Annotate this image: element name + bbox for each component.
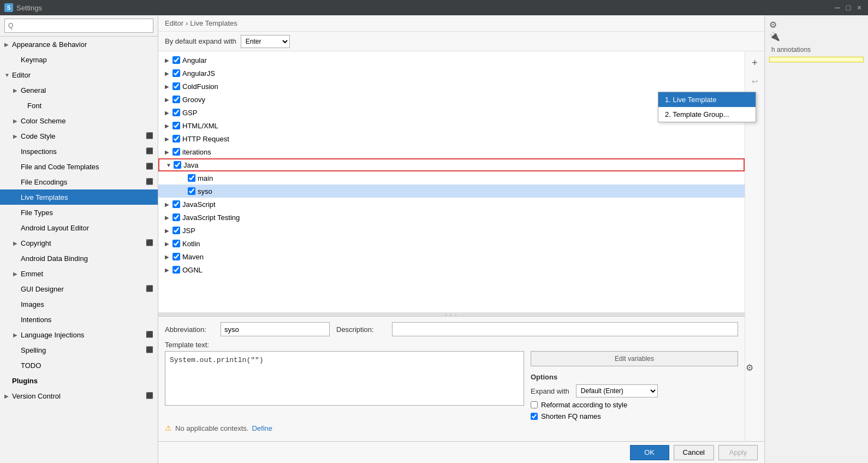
sidebar-item-keymap[interactable]: Keymap: [0, 52, 158, 67]
ok-button[interactable]: OK: [630, 445, 669, 460]
search-input[interactable]: [4, 19, 153, 33]
edit-variables-button[interactable]: Edit variables: [531, 351, 738, 366]
center-panel: ▶ Angular ▶ AngularJS: [158, 51, 745, 441]
reformat-checkbox[interactable]: [531, 401, 538, 408]
template-tree[interactable]: ▶ Angular ▶ AngularJS: [158, 51, 745, 313]
tree-item-label: iterations: [182, 148, 211, 156]
javascript-testing-checkbox[interactable]: [173, 213, 180, 221]
angularjs-checkbox[interactable]: [173, 69, 180, 77]
sidebar-item-language-injections[interactable]: ▶ Language Injections ⬛: [0, 327, 158, 342]
tree-item-ognl[interactable]: ▶ OGNL: [158, 263, 745, 276]
apply-button[interactable]: Apply: [718, 445, 758, 460]
nav-label: Android Data Binding: [21, 254, 88, 263]
tree-item-html-xml[interactable]: ▶ HTML/XML: [158, 119, 745, 132]
sidebar-item-color-scheme[interactable]: ▶ Color Scheme: [0, 113, 158, 128]
maximize-button[interactable]: □: [844, 3, 853, 12]
html-xml-checkbox[interactable]: [173, 122, 180, 129]
tree-item-angular[interactable]: ▶ Angular: [158, 54, 745, 67]
sidebar-item-gui-designer[interactable]: GUI Designer ⬛: [0, 281, 158, 296]
tree-item-main[interactable]: main: [158, 171, 745, 185]
tree-item-kotlin[interactable]: ▶ Kotlin: [158, 237, 745, 250]
ognl-checkbox[interactable]: [173, 266, 180, 274]
tree-arrow: ▼: [166, 162, 174, 168]
undo-button[interactable]: ↩: [748, 74, 762, 88]
add-button[interactable]: +: [748, 56, 762, 70]
nav-label: General: [21, 86, 46, 94]
sidebar-item-version-control[interactable]: ▶ Version Control ⬛: [0, 388, 158, 403]
tree-item-javascript[interactable]: ▶ JavaScript: [158, 198, 745, 211]
tree-item-http-request[interactable]: ▶ HTTP Request: [158, 132, 745, 145]
sidebar-item-inspections[interactable]: Inspections ⬛: [0, 144, 158, 159]
tree-item-syso[interactable]: syso: [158, 185, 745, 198]
popup-item-live-template[interactable]: 1. Live Template: [658, 92, 756, 107]
expand-with-select[interactable]: Default (Enter) Enter Tab Space: [576, 384, 658, 397]
tree-item-angularjs[interactable]: ▶ AngularJS: [158, 67, 745, 80]
maven-checkbox[interactable]: [173, 253, 180, 260]
description-input[interactable]: [392, 322, 738, 336]
nav-label: Intentions: [21, 316, 51, 324]
tree-item-coldfusion[interactable]: ▶ ColdFusion: [158, 80, 745, 93]
sidebar-item-intentions[interactable]: Intentions: [0, 312, 158, 327]
sidebar-item-general[interactable]: ▶ General: [0, 82, 158, 98]
toolbar-icon-2[interactable]: 🔌: [769, 31, 864, 41]
define-link[interactable]: Define: [252, 424, 272, 432]
sidebar-item-file-types[interactable]: File Types: [0, 205, 158, 220]
syso-checkbox[interactable]: [188, 187, 195, 195]
tree-item-java[interactable]: ▼ Java: [158, 158, 745, 171]
tree-content: ▶ Angular ▶ AngularJS: [158, 51, 745, 278]
warning-text: No applicable contexts.: [175, 424, 248, 432]
sidebar-item-plugins[interactable]: Plugins: [0, 373, 158, 388]
nav-label: Language Injections: [21, 331, 84, 339]
popup-item-template-group[interactable]: 2. Template Group...: [658, 107, 756, 122]
coldfusion-checkbox[interactable]: [173, 82, 180, 90]
sidebar-item-editor[interactable]: ▼ Editor: [0, 67, 158, 82]
main-checkbox[interactable]: [188, 174, 195, 182]
sidebar-item-font[interactable]: Font: [0, 98, 158, 113]
tree-item-iterations[interactable]: ▶ iterations: [158, 145, 745, 158]
jsp-checkbox[interactable]: [173, 227, 180, 234]
nav-label: Editor: [12, 71, 31, 79]
tree-arrow: ▶: [165, 201, 173, 207]
tree-item-maven[interactable]: ▶ Maven: [158, 250, 745, 263]
javascript-checkbox[interactable]: [173, 200, 180, 208]
http-request-checkbox[interactable]: [173, 135, 180, 143]
sidebar-item-file-code-templates[interactable]: File and Code Templates ⬛: [0, 159, 158, 174]
sidebar-item-appearance[interactable]: ▶ Appearance & Behavior: [0, 37, 158, 52]
shorten-checkbox[interactable]: [531, 413, 538, 420]
template-textarea[interactable]: System.out.println(""): [165, 351, 524, 406]
sidebar-item-spelling[interactable]: Spelling ⬛: [0, 342, 158, 358]
tree-arrow: ▶: [165, 149, 173, 155]
angular-checkbox[interactable]: [173, 56, 180, 64]
sidebar-item-android-layout-editor[interactable]: Android Layout Editor: [0, 220, 158, 235]
tree-item-javascript-testing[interactable]: ▶ JavaScript Testing: [158, 211, 745, 224]
cancel-button[interactable]: Cancel: [674, 445, 714, 460]
tree-item-jsp[interactable]: ▶ JSP: [158, 224, 745, 237]
arrow-icon: ▶: [13, 133, 21, 139]
java-checkbox[interactable]: [174, 161, 181, 169]
sidebar-item-file-encodings[interactable]: File Encodings ⬛: [0, 174, 158, 189]
kotlin-checkbox[interactable]: [173, 240, 180, 247]
groovy-checkbox[interactable]: [173, 96, 180, 103]
far-right-panel: ⚙ 🔌 h annotations: [764, 15, 868, 463]
far-right-annotation: h annotations: [767, 44, 866, 56]
sidebar-item-android-data-binding[interactable]: Android Data Binding: [0, 251, 158, 266]
tree-item-label: Angular: [182, 56, 207, 64]
sidebar-item-code-style[interactable]: ▶ Code Style ⬛: [0, 128, 158, 144]
close-button[interactable]: ×: [855, 3, 864, 12]
sidebar-item-images[interactable]: Images: [0, 296, 158, 312]
sidebar-item-live-templates[interactable]: Live Templates: [0, 189, 158, 205]
toolbar-icon-1[interactable]: ⚙: [769, 20, 864, 30]
iterations-checkbox[interactable]: [173, 148, 180, 156]
gsp-checkbox[interactable]: [173, 109, 180, 116]
sidebar-item-emmet[interactable]: ▶ Emmet: [0, 266, 158, 281]
tree-item-gsp[interactable]: ▶ GSP: [158, 106, 745, 119]
sidebar-item-todo[interactable]: TODO: [0, 358, 158, 373]
tree-item-groovy[interactable]: ▶ Groovy: [158, 93, 745, 106]
abbreviation-input[interactable]: [221, 322, 330, 336]
expand-select[interactable]: Enter Tab Space: [241, 35, 290, 48]
tree-arrow: ▶: [165, 123, 173, 129]
minimize-button[interactable]: ─: [833, 3, 842, 12]
badge-icon: ⬛: [146, 163, 153, 170]
tree-item-label: JavaScript Testing: [182, 213, 240, 222]
sidebar-item-copyright[interactable]: ▶ Copyright ⬛: [0, 235, 158, 251]
